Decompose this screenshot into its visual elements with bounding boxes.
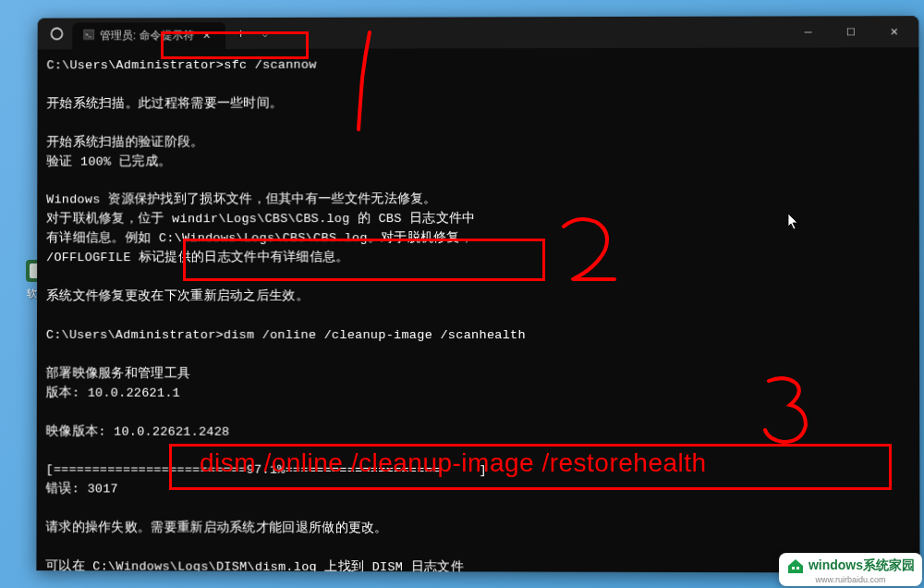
active-tab[interactable]: >_ 管理员: 命令提示符 ✕ (72, 22, 225, 49)
output-line: 开始系统扫描的验证阶段。 (46, 135, 203, 149)
titlebar[interactable]: >_ 管理员: 命令提示符 ✕ + ⌵ ─ ☐ ✕ (38, 16, 919, 49)
watermark: windows系统家园 www.ruirbaidu.com (779, 553, 922, 586)
output-line: 有详细信息。例如 C:\Windows\Logs\CBS\CBS.log。对于脱… (46, 231, 473, 245)
maximize-button[interactable]: ☐ (830, 17, 872, 46)
output-line: /OFFLOGFILE 标记提供的日志文件中有详细信息。 (46, 251, 349, 264)
output-line: 部署映像服务和管理工具 (46, 366, 190, 380)
output-line: 验证 100% 已完成。 (46, 154, 171, 168)
house-icon (786, 557, 805, 575)
tab-close-button[interactable]: ✕ (200, 28, 214, 43)
command-text: dism /online /cleanup-image /scanhealth (224, 328, 526, 342)
terminal-output[interactable]: C:\Users\Administrator>sfc /scannow 开始系统… (36, 47, 919, 572)
minimize-button[interactable]: ─ (787, 17, 830, 46)
cmd-icon: >_ (83, 29, 94, 43)
output-line: 请求的操作失败。需要重新启动系统才能回退所做的更改。 (45, 521, 387, 535)
prompt: C:\Users\Administrator> (46, 58, 224, 72)
terminal-window: >_ 管理员: 命令提示符 ✕ + ⌵ ─ ☐ ✕ C:\Users\Admin… (36, 16, 919, 572)
svg-rect-6 (796, 567, 799, 570)
watermark-title: windows系统家园 (808, 557, 915, 574)
close-button[interactable]: ✕ (872, 17, 915, 46)
output-line: 映像版本: 10.0.22621.2428 (46, 424, 230, 438)
output-line: 版本: 10.0.22621.1 (46, 386, 180, 399)
app-icon (49, 26, 66, 43)
watermark-url: www.ruirbaidu.com (815, 575, 885, 584)
output-line: 可以在 C:\Windows\Logs\DISM\dism.log 上找到 DI… (45, 559, 463, 572)
prompt: C:\Users\Administrator> (46, 328, 224, 342)
output-line: 系统文件修复更改在下次重新启动之后生效。 (46, 289, 309, 303)
svg-rect-5 (792, 567, 795, 570)
svg-text:>_: >_ (85, 31, 91, 37)
progress-bar: [=========================97.1%=========… (46, 463, 487, 478)
svg-point-2 (52, 29, 63, 40)
output-line: 对于联机修复，位于 windir\Logs\CBS\CBS.log 的 CBS … (46, 212, 475, 226)
output-line: Windows 资源保护找到了损坏文件，但其中有一些文件无法修复。 (46, 193, 437, 207)
output-line: 错误: 3017 (45, 483, 118, 496)
tab-dropdown[interactable]: ⌵ (253, 28, 277, 38)
output-line: 开始系统扫描。此过程将需要一些时间。 (46, 96, 283, 110)
new-tab-button[interactable]: + (229, 21, 253, 45)
tab-title: 管理员: 命令提示符 (100, 28, 194, 43)
command-text: sfc /scannow (224, 58, 316, 72)
